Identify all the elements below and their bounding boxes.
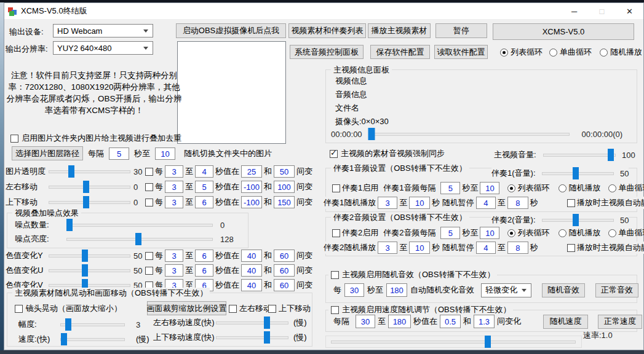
mode-random[interactable]: 随机播放 bbox=[600, 47, 642, 58]
audio-panel-button[interactable]: 系统音频控制面板 bbox=[290, 45, 364, 59]
random-speed-button[interactable]: 随机速度 bbox=[543, 315, 588, 329]
max-input[interactable]: 150 bbox=[274, 196, 295, 208]
accomp1-mute-checkbox[interactable] bbox=[567, 199, 575, 207]
pause-button[interactable]: 暂停 bbox=[435, 23, 487, 38]
y-slider[interactable] bbox=[49, 250, 130, 262]
accomp2-list-radio[interactable] bbox=[507, 229, 515, 237]
accomp2-pf-input[interactable]: 4 bbox=[476, 242, 496, 254]
seek-slider[interactable] bbox=[368, 128, 570, 140]
accomp2-enable-checkbox[interactable] bbox=[332, 229, 340, 237]
ud-move-checkbox[interactable] bbox=[268, 305, 276, 313]
list-loop-radio[interactable] bbox=[500, 49, 508, 57]
speed-max-input[interactable]: 1.3 bbox=[474, 315, 495, 328]
slider-thumb[interactable] bbox=[65, 318, 71, 331]
sfx-to-input[interactable]: 180 bbox=[386, 283, 407, 297]
vary-checkbox[interactable] bbox=[145, 168, 153, 176]
output-resolution-select[interactable]: YUY2 640×480 bbox=[53, 41, 153, 55]
status-listbox[interactable] bbox=[177, 41, 286, 144]
play-main-button[interactable]: 播放主视频素材 bbox=[368, 23, 431, 38]
accomp2-to-input[interactable]: 10 bbox=[480, 227, 499, 239]
accomp1-random-radio[interactable] bbox=[559, 184, 566, 192]
amplitude-slider[interactable] bbox=[60, 318, 125, 331]
accomp1-single-radio[interactable] bbox=[608, 184, 616, 192]
min-input[interactable]: -100 bbox=[241, 181, 262, 193]
ud-speed-slider[interactable] bbox=[216, 331, 288, 344]
interval-from-input[interactable]: 5 bbox=[109, 148, 129, 160]
vary-checkbox[interactable] bbox=[145, 183, 153, 191]
min-input[interactable]: 25 bbox=[241, 165, 262, 178]
max-input[interactable]: 100 bbox=[274, 181, 295, 193]
slider-thumb[interactable] bbox=[608, 149, 614, 161]
from-input[interactable]: 3 bbox=[165, 165, 183, 178]
accomp2-mute-checkbox[interactable] bbox=[567, 244, 575, 252]
transparency-slider[interactable] bbox=[49, 165, 130, 178]
accomp2-volume-slider[interactable] bbox=[542, 214, 614, 226]
accomp2-rf-input[interactable]: 3 bbox=[378, 242, 397, 254]
slider-thumb[interactable] bbox=[66, 219, 73, 231]
accomp1-to-input[interactable]: 10 bbox=[480, 182, 499, 194]
select-image-path-button[interactable]: 选择图片图层路径 bbox=[12, 146, 83, 160]
sfx-enable-checkbox[interactable] bbox=[331, 271, 339, 279]
slider-thumb[interactable] bbox=[82, 250, 88, 262]
max-input[interactable]: 50 bbox=[274, 165, 295, 178]
max-input[interactable]: 60 bbox=[274, 279, 295, 291]
to-input[interactable]: 5 bbox=[195, 181, 213, 193]
accomp2-from-input[interactable]: 5 bbox=[440, 227, 460, 239]
accomp1-from-input[interactable]: 5 bbox=[440, 182, 460, 194]
output-device-select[interactable]: HD Webcam bbox=[53, 24, 153, 37]
to-input[interactable]: 4 bbox=[195, 165, 213, 178]
speed-to-input[interactable]: 180 bbox=[388, 315, 411, 328]
from-input[interactable]: 3 bbox=[165, 250, 183, 262]
mode-list-loop[interactable]: 列表循环 bbox=[500, 47, 543, 58]
accomp1-pt-input[interactable]: 8 bbox=[507, 197, 528, 209]
sfx-from-input[interactable]: 30 bbox=[344, 283, 364, 297]
accomp1-pf-input[interactable]: 4 bbox=[476, 197, 496, 209]
u-slider[interactable] bbox=[49, 264, 130, 277]
sfx-mode-select[interactable]: 轻微变化 bbox=[481, 283, 531, 297]
random-sfx-button[interactable]: 随机音效 bbox=[542, 283, 585, 297]
from-input[interactable]: 3 bbox=[165, 181, 183, 193]
accomp2-pt-input[interactable]: 8 bbox=[507, 242, 528, 254]
speed-enable-checkbox[interactable] bbox=[331, 306, 339, 314]
min-input[interactable]: 40 bbox=[241, 279, 262, 291]
maximize-icon[interactable]: □ bbox=[588, 3, 616, 19]
slider-thumb[interactable] bbox=[485, 336, 491, 348]
max-input[interactable]: 60 bbox=[274, 264, 295, 277]
crop-scale-button[interactable]: 画面裁剪缩放比例设置 bbox=[147, 301, 226, 315]
max-input[interactable]: 60 bbox=[274, 250, 295, 262]
save-config-button[interactable]: 保存软件配置 bbox=[370, 45, 430, 59]
to-input[interactable]: 6 bbox=[195, 250, 213, 262]
slider-thumb[interactable] bbox=[368, 128, 375, 140]
accomp2-random-radio[interactable] bbox=[559, 229, 566, 237]
slider-thumb[interactable] bbox=[82, 264, 88, 277]
slider-thumb[interactable] bbox=[135, 233, 141, 245]
to-input[interactable]: 6 bbox=[195, 196, 213, 208]
speed-slider[interactable] bbox=[60, 333, 125, 345]
accomp1-rf-input[interactable]: 3 bbox=[378, 197, 397, 209]
min-input[interactable]: 40 bbox=[241, 250, 262, 262]
interval-to-input[interactable]: 10 bbox=[155, 148, 175, 160]
slider-thumb[interactable] bbox=[83, 196, 89, 208]
noise-bright-slider[interactable] bbox=[66, 233, 213, 245]
lr-move-checkbox[interactable] bbox=[229, 305, 237, 313]
slider-thumb[interactable] bbox=[83, 181, 89, 193]
min-input[interactable]: -100 bbox=[241, 196, 262, 208]
lr-move-slider[interactable] bbox=[49, 181, 130, 193]
lr-speed-slider[interactable] bbox=[216, 317, 288, 329]
accomp1-enable-checkbox[interactable] bbox=[332, 184, 340, 192]
material-list-button[interactable]: 视频素材和伴奏列表 bbox=[288, 23, 366, 38]
slider-thumb[interactable] bbox=[68, 165, 74, 178]
vary-checkbox[interactable] bbox=[145, 252, 153, 260]
slider-thumb[interactable] bbox=[573, 214, 579, 226]
accomp1-list-radio[interactable] bbox=[507, 184, 515, 192]
vary-checkbox[interactable] bbox=[145, 199, 153, 206]
minimize-icon[interactable]: ─ bbox=[560, 3, 588, 19]
from-input[interactable]: 3 bbox=[165, 196, 183, 208]
to-input[interactable]: 6 bbox=[195, 264, 213, 277]
accomp2-single-radio[interactable] bbox=[608, 229, 616, 237]
ud-move-slider[interactable] bbox=[49, 196, 130, 208]
overlay-enable-checkbox[interactable] bbox=[10, 135, 18, 143]
noise-count-slider[interactable] bbox=[66, 219, 213, 231]
random-play-radio[interactable] bbox=[600, 49, 608, 57]
close-icon[interactable]: ✕ bbox=[616, 3, 643, 19]
